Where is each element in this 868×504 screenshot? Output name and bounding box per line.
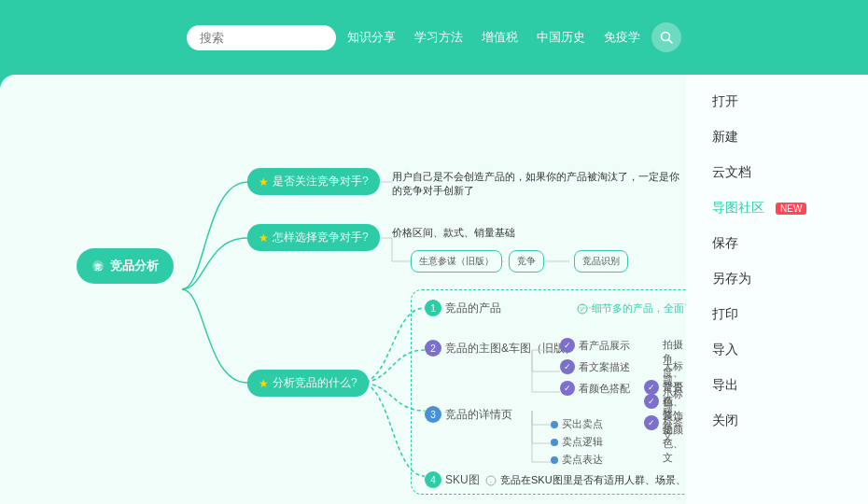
branch2-text1: 价格区间、款式、销量基础 — [392, 226, 515, 240]
svg-text:竞: 竞 — [94, 262, 102, 272]
sidebar-save[interactable]: 保存 — [686, 226, 868, 261]
branch-node-1[interactable]: ★ 是否关注竞争对手? — [247, 168, 380, 195]
sidebar-saveas-label: 另存为 — [712, 271, 751, 287]
sidebar-community-label: 导图社区 — [712, 200, 764, 217]
sidebar-print-label: 打印 — [712, 306, 738, 323]
center-node[interactable]: 竞 竞品分析 — [77, 248, 174, 284]
nav-增值税[interactable]: 增值税 — [482, 29, 518, 46]
small-node-识别[interactable]: 竞品识别 — [574, 250, 628, 273]
right-sidebar: 打开 新建 云文档 导图社区 NEW 保存 另存为 打印 导入 导出 关闭 — [686, 75, 868, 504]
sidebar-export[interactable]: 导出 — [686, 368, 868, 403]
main-area: 竞 竞品分析 ★ 是否关注竞争对手? 用户自己是不会创造产品的，如果你的产品被淘… — [0, 75, 686, 504]
dashed-area — [411, 289, 686, 495]
sidebar-cloud-label: 云文档 — [712, 164, 751, 181]
sidebar-save-label: 保存 — [712, 235, 738, 252]
sidebar-cloud[interactable]: 云文档 — [686, 155, 868, 190]
small-node-生意[interactable]: 生意参谋（旧版） — [411, 250, 502, 273]
sidebar-saveas[interactable]: 另存为 — [686, 261, 868, 297]
sidebar-community[interactable]: 导图社区 NEW — [686, 190, 868, 226]
sidebar-import[interactable]: 导入 — [686, 332, 868, 368]
search-button[interactable] — [651, 22, 681, 52]
sidebar-new[interactable]: 新建 — [686, 119, 868, 155]
branch-node-3[interactable]: ★ 分析竞品的什么? — [247, 370, 369, 397]
nav-中国历史[interactable]: 中国历史 — [537, 29, 585, 46]
sidebar-open-label: 打开 — [712, 93, 738, 110]
branch1-label: 是否关注竞争对手? — [273, 174, 369, 189]
branch1-text: 用户自己是不会创造产品的，如果你的产品被淘汰了，一定是你的竞争对手创新了 — [392, 170, 686, 199]
sidebar-close-label: 关闭 — [712, 413, 738, 429]
top-bar: 知识分享 学习方法 增值税 中国历史 免疫学 — [0, 0, 868, 75]
sidebar-open[interactable]: 打开 — [686, 84, 868, 119]
sidebar-export-label: 导出 — [712, 377, 738, 394]
sidebar-print[interactable]: 打印 — [686, 297, 868, 332]
mindmap-canvas: 竞 竞品分析 ★ 是否关注竞争对手? 用户自己是不会创造产品的，如果你的产品被淘… — [0, 75, 686, 504]
search-input[interactable] — [200, 31, 323, 45]
nav-知识分享[interactable]: 知识分享 — [347, 29, 396, 46]
sidebar-new-label: 新建 — [712, 129, 738, 146]
nav-links: 知识分享 学习方法 增值税 中国历史 免疫学 — [347, 29, 640, 46]
nav-免疫学[interactable]: 免疫学 — [604, 29, 640, 46]
small-node-竞争[interactable]: 竞争 — [509, 250, 544, 273]
branch3-label: 分析竞品的什么? — [273, 375, 357, 391]
sidebar-import-label: 导入 — [712, 342, 738, 358]
center-node-label: 竞品分析 — [110, 258, 159, 274]
svg-line-1 — [669, 40, 673, 44]
new-badge: NEW — [776, 203, 806, 215]
branch-node-2[interactable]: ★ 怎样选择竞争对手? — [247, 224, 380, 251]
sidebar-close[interactable]: 关闭 — [686, 403, 868, 439]
nav-学习方法[interactable]: 学习方法 — [414, 29, 463, 46]
branch2-label: 怎样选择竞争对手? — [273, 230, 369, 245]
search-box[interactable] — [187, 25, 336, 50]
